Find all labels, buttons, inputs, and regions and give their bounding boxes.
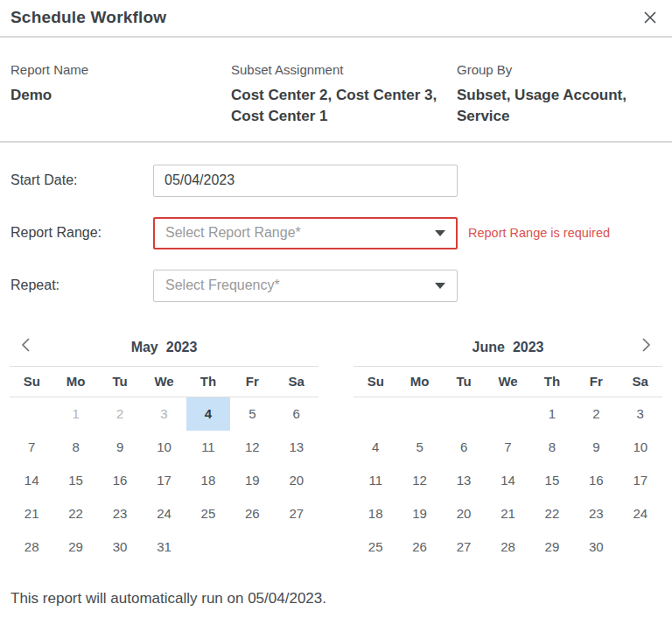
report-summary: Report Name Demo Subset Assignment Cost … [0, 38, 672, 143]
date-picker: May 2023 SuMoTuWeThFrSa 1234567891011121… [0, 329, 672, 564]
auto-run-note: This report will automatically run on 05… [10, 590, 662, 607]
day-grid: 1234567891011121314151617181920212223242… [354, 397, 662, 564]
summary-field-group-by: Group By Subset, Usage Account, Service [457, 62, 662, 127]
calendar-may-2023: May 2023 SuMoTuWeThFrSa 1234567891011121… [10, 329, 318, 564]
day-cell[interactable]: 2 [574, 397, 618, 431]
day-cell[interactable]: 22 [530, 497, 574, 530]
field-value: Demo [10, 85, 231, 106]
day-cell[interactable]: 28 [10, 530, 53, 564]
day-cell[interactable]: 8 [530, 431, 574, 464]
day-cell-empty [230, 530, 274, 564]
day-cell[interactable]: 7 [10, 431, 53, 464]
day-cell[interactable]: 23 [98, 497, 142, 530]
day-cell[interactable]: 5 [230, 397, 274, 431]
start-date-input[interactable] [153, 165, 458, 197]
day-cell[interactable]: 15 [53, 464, 97, 497]
day-cell[interactable]: 24 [142, 497, 186, 530]
day-cell[interactable]: 4 [354, 431, 397, 464]
repeat-select[interactable]: Select Frequency* [153, 270, 458, 302]
day-cell[interactable]: 9 [574, 431, 618, 464]
day-cell[interactable]: 3 [142, 397, 186, 431]
day-cell[interactable]: 17 [142, 464, 186, 497]
day-cell[interactable]: 29 [53, 530, 97, 564]
day-cell[interactable]: 11 [186, 431, 230, 464]
weekday-label: Th [530, 374, 574, 389]
day-cell[interactable]: 18 [354, 497, 397, 530]
weekday-label: Mo [53, 374, 97, 389]
day-cell[interactable]: 21 [10, 497, 53, 530]
weekday-label: Th [186, 374, 230, 389]
day-cell[interactable]: 19 [230, 464, 274, 497]
day-cell[interactable]: 19 [397, 497, 441, 530]
day-cell[interactable]: 31 [142, 530, 186, 564]
weekday-label: Mo [397, 374, 441, 389]
day-cell[interactable]: 11 [354, 464, 397, 497]
day-cell[interactable]: 7 [486, 431, 529, 464]
close-icon [644, 11, 656, 24]
day-cell[interactable]: 25 [354, 530, 397, 564]
day-cell[interactable]: 20 [275, 464, 318, 497]
day-cell[interactable]: 4 [186, 397, 230, 431]
modal-title: Schedule Workflow [10, 8, 166, 27]
field-label: Group By [457, 62, 662, 77]
day-cell[interactable]: 29 [530, 530, 574, 564]
day-cell[interactable]: 20 [442, 497, 486, 530]
day-cell[interactable]: 5 [397, 431, 441, 464]
day-cell[interactable]: 12 [397, 464, 441, 497]
day-cell[interactable]: 6 [442, 431, 486, 464]
day-cell[interactable]: 13 [442, 464, 486, 497]
day-cell[interactable]: 18 [186, 464, 230, 497]
day-cell[interactable]: 23 [574, 497, 618, 530]
day-cell[interactable]: 25 [186, 497, 230, 530]
day-cell[interactable]: 14 [486, 464, 529, 497]
report-range-placeholder: Select Report Range* [165, 225, 301, 241]
field-value: Cost Center 2, Cost Center 3, Cost Cente… [231, 85, 448, 127]
day-cell[interactable]: 13 [275, 431, 318, 464]
day-cell[interactable]: 6 [275, 397, 318, 431]
close-button[interactable] [642, 10, 658, 25]
next-month-button[interactable] [631, 332, 661, 362]
day-cell[interactable]: 10 [619, 431, 662, 464]
day-cell[interactable]: 12 [230, 431, 274, 464]
report-range-error: Report Range is required [468, 226, 610, 240]
weekday-label: Su [354, 374, 397, 389]
day-cell[interactable]: 27 [275, 497, 318, 530]
day-cell[interactable]: 26 [397, 530, 441, 564]
repeat-label: Repeat: [10, 277, 153, 293]
day-cell-empty [186, 530, 230, 564]
weekday-label: Fr [230, 374, 274, 389]
day-cell[interactable]: 28 [486, 530, 529, 564]
day-cell[interactable]: 27 [442, 530, 486, 564]
day-cell[interactable]: 15 [530, 464, 574, 497]
calendar-header: June 2023 [354, 329, 662, 366]
field-label: Subset Assignment [231, 62, 457, 77]
day-cell[interactable]: 17 [619, 464, 662, 497]
day-cell[interactable]: 14 [10, 464, 53, 497]
day-cell-empty [354, 397, 397, 431]
weekday-label: We [142, 374, 186, 389]
day-cell[interactable]: 16 [98, 464, 142, 497]
day-cell[interactable]: 30 [98, 530, 142, 564]
day-cell[interactable]: 3 [619, 397, 662, 431]
day-cell[interactable]: 22 [53, 497, 97, 530]
calendar-month: June [472, 340, 505, 355]
day-cell[interactable]: 1 [530, 397, 574, 431]
day-cell[interactable]: 21 [486, 497, 529, 530]
report-range-label: Report Range: [10, 225, 153, 241]
day-cell-empty [486, 397, 529, 431]
day-cell-empty [10, 397, 53, 431]
day-cell[interactable]: 9 [98, 431, 142, 464]
day-cell[interactable]: 2 [98, 397, 142, 431]
day-cell[interactable]: 10 [142, 431, 186, 464]
day-cell[interactable]: 24 [619, 497, 662, 530]
summary-field-subset-assignment: Subset Assignment Cost Center 2, Cost Ce… [231, 62, 457, 127]
calendar-title: May 2023 [10, 329, 318, 366]
caret-down-icon [435, 283, 445, 289]
report-range-select[interactable]: Select Report Range* [153, 217, 458, 249]
day-cell[interactable]: 26 [230, 497, 274, 530]
weekday-label: We [486, 374, 529, 389]
day-cell[interactable]: 30 [574, 530, 618, 564]
day-cell[interactable]: 16 [574, 464, 618, 497]
day-cell[interactable]: 1 [53, 397, 97, 431]
day-cell[interactable]: 8 [53, 431, 97, 464]
